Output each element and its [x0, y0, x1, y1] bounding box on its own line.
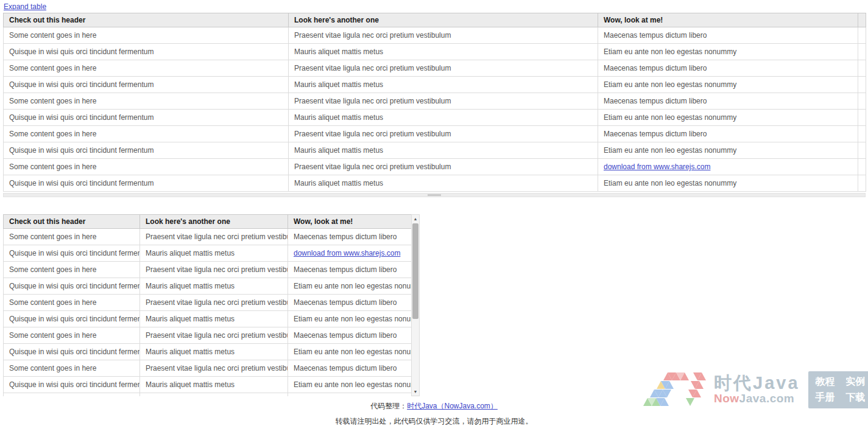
- table-cell: Mauris aliquet mattis metus: [289, 110, 598, 126]
- table-row: Some content goes in herePraesent vitae …: [4, 327, 412, 344]
- table-cell: Maecenas tempus dictum libero: [288, 393, 412, 397]
- bottom-table: Check out this header Look here's anothe…: [3, 214, 411, 396]
- table-cell: Praesent vitae ligula nec orci pretium v…: [140, 327, 288, 344]
- table-row: Some content goes in herePraesent vitae …: [4, 393, 412, 397]
- table-row: Quisque in wisi quis orci tincidunt ferm…: [4, 142, 866, 159]
- table-cell: Praesent vitae ligula nec orci pretium v…: [140, 229, 288, 245]
- table-cell: Praesent vitae ligula nec orci pretium v…: [289, 126, 598, 142]
- table-cell: Etiam eu ante non leo egestas nonummy: [288, 278, 412, 295]
- table-row: Some content goes in herePraesent vitae …: [4, 60, 866, 77]
- top-table-section: Check out this header Look here's anothe…: [3, 13, 866, 197]
- table-cell: Some content goes in here: [4, 262, 140, 278]
- nowjava-link[interactable]: 时代Java（NowJava.com）: [407, 402, 498, 410]
- table-cell: Maecenas tempus dictum libero: [288, 229, 412, 245]
- footer-credit-label: 代码整理：: [370, 402, 407, 410]
- table-cell: Some content goes in here: [4, 27, 289, 44]
- bottom-table-viewport: Check out this header Look here's anothe…: [3, 214, 411, 396]
- table-cell: download from www.sharejs.com: [598, 159, 858, 175]
- table-cell: download from www.sharejs.com: [288, 245, 412, 262]
- table-cell: Maecenas tempus dictum libero: [288, 327, 412, 344]
- vertical-scrollbar-track[interactable]: ▲ ▼: [411, 214, 420, 396]
- footer-credit: 代码整理：时代Java（NowJava.com）: [0, 401, 868, 411]
- table-cell: Praesent vitae ligula nec orci pretium v…: [140, 262, 288, 278]
- table-cell: Some content goes in here: [4, 93, 289, 110]
- table-row: Quisque in wisi quis orci tincidunt ferm…: [4, 175, 866, 192]
- table-cell: Mauris aliquet mattis metus: [140, 311, 288, 327]
- table-cell: Some content goes in here: [4, 126, 289, 142]
- table-cell: Mauris aliquet mattis metus: [140, 344, 288, 360]
- table-row: Some content goes in herePraesent vitae …: [4, 159, 866, 175]
- vertical-scrollbar-thumb[interactable]: [412, 223, 418, 319]
- table-cell: Praesent vitae ligula nec orci pretium v…: [289, 27, 598, 44]
- table-cell: Mauris aliquet mattis metus: [289, 175, 598, 192]
- table-cell: Quisque in wisi quis orci tincidunt ferm…: [4, 245, 140, 262]
- table-cell: Mauris aliquet mattis metus: [140, 245, 288, 262]
- table-cell: Etiam eu ante non leo egestas nonummy: [598, 44, 858, 60]
- table-cell: Etiam eu ante non leo egestas nonummy: [598, 175, 858, 192]
- footer-notice: 转载请注明出处，此代码仅供学习交流，请勿用于商业用途。: [0, 416, 868, 427]
- table-cell-spacer: [858, 175, 866, 192]
- table-row: Some content goes in herePraesent vitae …: [4, 27, 866, 44]
- table-cell: Some content goes in here: [4, 295, 140, 311]
- table-cell: Some content goes in here: [4, 229, 140, 245]
- table-cell: Maecenas tempus dictum libero: [288, 262, 412, 278]
- scroll-up-button[interactable]: ▲: [412, 215, 419, 223]
- table-cell: Praesent vitae ligula nec orci pretium v…: [140, 295, 288, 311]
- table-cell: Quisque in wisi quis orci tincidunt ferm…: [4, 175, 289, 192]
- table-cell-spacer: [858, 142, 866, 159]
- table-cell: Mauris aliquet mattis metus: [289, 44, 598, 60]
- column-header-3: Wow, look at me!: [598, 13, 858, 27]
- table-cell: Mauris aliquet mattis metus: [140, 377, 288, 393]
- table-row: Quisque in wisi quis orci tincidunt ferm…: [4, 377, 412, 393]
- top-table: Check out this header Look here's anothe…: [3, 13, 866, 192]
- table-cell: Mauris aliquet mattis metus: [289, 142, 598, 159]
- chevron-up-icon: ▲: [414, 217, 418, 221]
- column-header-3: Wow, look at me!: [288, 215, 412, 229]
- table-cell-spacer: [858, 159, 866, 175]
- table-cell: Praesent vitae ligula nec orci pretium v…: [140, 360, 288, 377]
- table-cell: Some content goes in here: [4, 159, 289, 175]
- column-header-2: Look here's another one: [289, 13, 598, 27]
- download-link[interactable]: download from www.sharejs.com: [294, 249, 400, 257]
- table-row: Some content goes in herePraesent vitae …: [4, 262, 412, 278]
- table-cell-spacer: [858, 126, 866, 142]
- table-row: Quisque in wisi quis orci tincidunt ferm…: [4, 245, 412, 262]
- table-cell: Quisque in wisi quis orci tincidunt ferm…: [4, 77, 289, 93]
- table-cell-spacer: [858, 93, 866, 110]
- download-link[interactable]: download from www.sharejs.com: [604, 163, 710, 171]
- table-cell: Quisque in wisi quis orci tincidunt ferm…: [4, 142, 289, 159]
- header-row: Check out this header Look here's anothe…: [4, 215, 412, 229]
- table-cell: Some content goes in here: [4, 327, 140, 344]
- table-cell: Some content goes in here: [4, 360, 140, 377]
- table-cell: Quisque in wisi quis orci tincidunt ferm…: [4, 278, 140, 295]
- table-cell: Etiam eu ante non leo egestas nonummy: [288, 344, 412, 360]
- table-cell-spacer: [858, 44, 866, 60]
- table-cell-spacer: [858, 27, 866, 44]
- table-cell: Praesent vitae ligula nec orci pretium v…: [289, 159, 598, 175]
- horizontal-scrollbar-track[interactable]: [3, 193, 866, 197]
- table-cell-spacer: [858, 60, 866, 77]
- menu-item-tutorials: 教程: [816, 376, 835, 388]
- scroll-down-button[interactable]: ▼: [412, 388, 419, 396]
- table-cell: Mauris aliquet mattis metus: [289, 77, 598, 93]
- expand-table-link[interactable]: Expand table: [4, 2, 46, 11]
- table-cell: Mauris aliquet mattis metus: [140, 278, 288, 295]
- column-header-spacer: [858, 13, 866, 27]
- table-cell: Etiam eu ante non leo egestas nonummy: [288, 377, 412, 393]
- table-row: Some content goes in herePraesent vitae …: [4, 295, 412, 311]
- table-cell: Maecenas tempus dictum libero: [598, 93, 858, 110]
- table-cell: Quisque in wisi quis orci tincidunt ferm…: [4, 44, 289, 60]
- table-cell: Praesent vitae ligula nec orci pretium v…: [140, 393, 288, 397]
- brand-name-cn: 时代Java: [714, 374, 800, 392]
- table-cell: Etiam eu ante non leo egestas nonummy: [598, 142, 858, 159]
- table-row: Quisque in wisi quis orci tincidunt ferm…: [4, 77, 866, 93]
- table-cell: Quisque in wisi quis orci tincidunt ferm…: [4, 344, 140, 360]
- table-cell: Some content goes in here: [4, 60, 289, 77]
- table-cell: Maecenas tempus dictum libero: [288, 360, 412, 377]
- table-row: Quisque in wisi quis orci tincidunt ferm…: [4, 278, 412, 295]
- table-row: Quisque in wisi quis orci tincidunt ferm…: [4, 311, 412, 327]
- table-cell: Etiam eu ante non leo egestas nonummy: [288, 311, 412, 327]
- horizontal-scrollbar-thumb[interactable]: [428, 194, 441, 196]
- table-cell: Some content goes in here: [4, 393, 140, 397]
- header-row: Check out this header Look here's anothe…: [4, 13, 866, 27]
